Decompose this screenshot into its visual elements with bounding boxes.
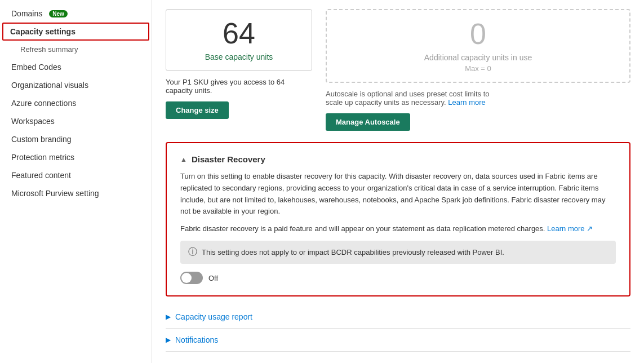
sidebar-item-featured-content[interactable]: Featured content <box>0 166 152 184</box>
disaster-recovery-description: Turn on this setting to enable disaster … <box>180 171 616 218</box>
disaster-recovery-toggle[interactable] <box>180 272 203 284</box>
disaster-recovery-title: ▲ Disaster Recovery <box>180 154 616 164</box>
base-capacity-card: 64 Base capacity units <box>166 9 312 71</box>
card-description: Your P1 SKU gives you access to 64 capac… <box>166 78 290 95</box>
sidebar-item-label: Organizational visuals <box>11 81 88 90</box>
learn-more-link-1[interactable]: Learn more <box>448 98 485 107</box>
additional-capacity-number: 0 <box>470 19 486 48</box>
sidebar-item-azure-connections[interactable]: Azure connections <box>0 94 152 112</box>
disaster-recovery-section: ▲ Disaster Recovery Turn on this setting… <box>166 142 630 296</box>
capacity-section: 64 Base capacity units Your P1 SKU gives… <box>166 9 630 131</box>
sidebar-item-capacity-settings[interactable]: Capacity settings <box>2 23 149 41</box>
toggle-row: Off <box>180 272 616 284</box>
toggle-label: Off <box>208 274 218 282</box>
collapsible-1-label: Capacity usage report <box>175 312 252 321</box>
sidebar-item-protection-metrics[interactable]: Protection metrics <box>0 148 152 166</box>
info-icon: ⓘ <box>188 246 197 258</box>
sidebar-item-custom-branding[interactable]: Custom branding <box>0 130 152 148</box>
sidebar-item-label: Protection metrics <box>11 153 74 162</box>
sidebar-item-organizational-visuals[interactable]: Organizational visuals <box>0 76 152 94</box>
info-banner-text: This setting does not apply to or impact… <box>202 248 504 256</box>
collapse-icon[interactable]: ▲ <box>180 156 187 163</box>
additional-capacity-label: Additional capacity units in use <box>424 53 532 62</box>
notifications-section[interactable]: ▶ Notifications <box>166 329 630 352</box>
base-capacity-number: 64 <box>223 19 255 48</box>
chevron-right-icon: ▶ <box>166 336 171 344</box>
capacity-usage-report-section[interactable]: ▶ Capacity usage report <box>166 306 630 329</box>
chevron-right-icon: ▶ <box>166 313 171 321</box>
disaster-recovery-note: Fabric disaster recovery is a paid featu… <box>180 224 616 233</box>
sidebar-item-label: Refresh summary <box>20 45 78 54</box>
sidebar-item-label: Custom branding <box>11 135 72 144</box>
additional-capacity-card: 0 Additional capacity units in use Max =… <box>326 9 630 83</box>
autoscale-description: Autoscale is optional and uses preset co… <box>326 90 506 107</box>
info-banner: ⓘ This setting does not apply to or impa… <box>180 241 616 264</box>
sidebar-item-microsoft-purview[interactable]: Microsoft Purview setting <box>0 184 152 202</box>
sidebar-item-label: Domains <box>11 9 42 18</box>
collapsible-2-label: Notifications <box>175 335 218 344</box>
autoscale-col: 0 Additional capacity units in use Max =… <box>326 9 630 131</box>
sidebar-item-label: Microsoft Purview setting <box>11 189 99 198</box>
sidebar-item-label: Workspaces <box>11 117 55 126</box>
new-badge: New <box>49 10 68 17</box>
sidebar-item-domains[interactable]: Domains New <box>0 5 152 23</box>
change-size-button[interactable]: Change size <box>166 101 229 119</box>
main-content: 64 Base capacity units Your P1 SKU gives… <box>152 0 644 363</box>
sidebar-item-workspaces[interactable]: Workspaces <box>0 112 152 130</box>
learn-more-link-2[interactable]: Learn more ↗ <box>547 224 593 233</box>
sidebar-item-label: Azure connections <box>11 99 76 108</box>
sidebar-item-refresh-summary[interactable]: Refresh summary <box>0 41 152 58</box>
sidebar-item-label: Capacity settings <box>10 27 75 36</box>
base-capacity-label: Base capacity units <box>205 52 273 61</box>
sidebar-item-label: Embed Codes <box>11 63 61 72</box>
manage-autoscale-button[interactable]: Manage Autoscale <box>326 113 410 131</box>
sidebar: Domains New Capacity settings Refresh su… <box>0 0 152 363</box>
sidebar-item-embed-codes[interactable]: Embed Codes <box>0 58 152 76</box>
additional-capacity-sub: Max = 0 <box>465 64 491 73</box>
sidebar-item-label: Featured content <box>11 171 71 180</box>
base-capacity-col: 64 Base capacity units Your P1 SKU gives… <box>166 9 312 131</box>
